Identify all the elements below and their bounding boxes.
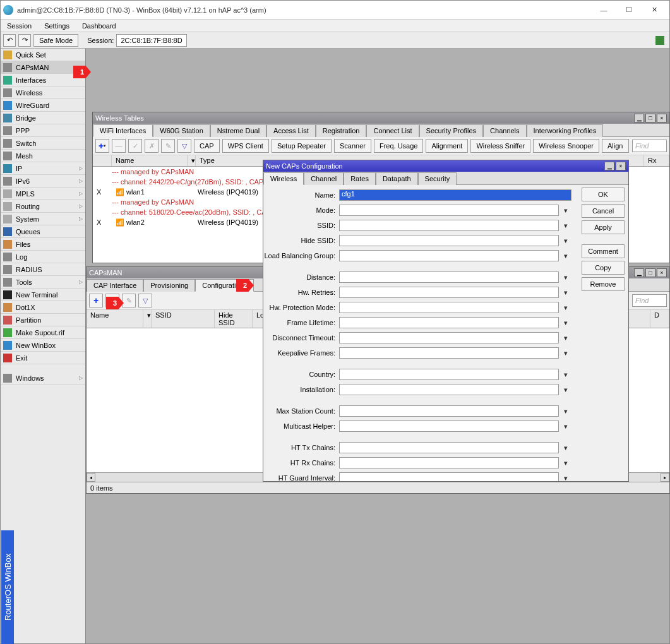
tab-channel[interactable]: Channel <box>304 172 344 185</box>
col-hide-ssid[interactable]: Hide SSID <box>215 310 253 328</box>
sidebar-item-log[interactable]: Log <box>1 251 85 263</box>
find-input[interactable]: Find <box>632 140 667 152</box>
remove-button[interactable]: Remove <box>582 277 625 291</box>
chevron-down-icon[interactable]: ▾ <box>560 332 571 343</box>
minimize-button[interactable]: — <box>591 1 616 19</box>
col-name[interactable]: Name <box>112 155 188 166</box>
tab-registration[interactable]: Registration <box>316 124 367 137</box>
comment-button[interactable]: Comment <box>582 244 625 258</box>
comment-button[interactable]: ✎ <box>161 139 175 153</box>
ok-button[interactable]: OK <box>582 188 625 201</box>
chevron-down-icon[interactable]: ▾ <box>560 347 571 359</box>
distance-input[interactable] <box>339 271 559 283</box>
win-close-icon[interactable]: × <box>657 114 667 122</box>
sidebar-item-make-supout-rif[interactable]: Make Supout.rif <box>1 326 85 339</box>
tab-security-profiles[interactable]: Security Profiles <box>419 124 483 137</box>
max-station-input[interactable] <box>339 405 559 417</box>
sidebar-item-partition[interactable]: Partition <box>1 314 85 326</box>
chevron-down-icon[interactable]: ▾ <box>560 287 571 298</box>
sidebar-item-routing[interactable]: Routing▷ <box>1 200 85 213</box>
sidebar-item-new-terminal[interactable]: New Terminal <box>1 289 85 301</box>
win-maximize-icon[interactable]: □ <box>645 268 655 277</box>
sidebar-item-mpls[interactable]: MPLS▷ <box>1 188 85 200</box>
scanner-button[interactable]: Scanner <box>334 139 371 153</box>
col-name[interactable]: Name <box>87 310 143 328</box>
close-button[interactable]: ✕ <box>642 1 667 19</box>
filter-button[interactable]: ▽ <box>138 294 152 307</box>
sidebar-item-switch[interactable]: Switch <box>1 137 85 150</box>
chevron-down-icon[interactable]: ▾ <box>560 384 571 395</box>
win-minimize-icon[interactable]: ▁ <box>634 114 644 122</box>
ht-tx-input[interactable] <box>339 442 559 453</box>
sidebar-item-wireguard[interactable]: WireGuard <box>1 99 85 112</box>
menu-session[interactable]: Session <box>1 21 38 31</box>
sidebar-item-new-winbox[interactable]: New WinBox <box>1 339 85 352</box>
sidebar-item-ipv6[interactable]: IPv6▷ <box>1 175 85 188</box>
win-close-icon[interactable]: × <box>616 162 626 170</box>
installation-input[interactable] <box>339 384 559 395</box>
align-button[interactable]: Align <box>602 139 628 153</box>
copy-button[interactable]: Copy <box>582 261 625 275</box>
lbg-input[interactable] <box>339 250 559 261</box>
tab-provisioning[interactable]: Provisioning <box>143 279 195 292</box>
frame-lifetime-input[interactable] <box>339 317 559 328</box>
col-rx[interactable]: Rx <box>644 155 669 166</box>
ssid-input[interactable] <box>339 220 559 231</box>
keepalive-input[interactable] <box>339 347 559 359</box>
scroll-left-icon[interactable]: ◂ <box>87 473 95 482</box>
chevron-down-icon[interactable]: ▾ <box>560 250 571 261</box>
menu-dashboard[interactable]: Dashboard <box>76 21 123 31</box>
chevron-down-icon[interactable]: ▾ <box>560 271 571 283</box>
sidebar-item-dot1x[interactable]: Dot1X <box>1 301 85 314</box>
menu-settings[interactable]: Settings <box>38 21 76 31</box>
tab-access-list[interactable]: Access List <box>266 124 316 137</box>
sidebar-item-ppp[interactable]: PPP <box>1 124 85 137</box>
new-caps-titlebar[interactable]: New CAPs Configuration ▁ × <box>263 160 628 172</box>
disconnect-timeout-input[interactable] <box>339 332 559 343</box>
tab-w60g-station[interactable]: W60G Station <box>153 124 210 137</box>
remove-button[interactable]: — <box>112 139 126 153</box>
disable-button[interactable]: ✗ <box>145 139 159 153</box>
country-input[interactable] <box>339 369 559 380</box>
chevron-down-icon[interactable]: ▾ <box>560 220 571 231</box>
sidebar-item-tools[interactable]: Tools▷ <box>1 276 85 289</box>
ht-guard-input[interactable] <box>339 472 559 481</box>
enable-button[interactable]: ✓ <box>128 139 142 153</box>
name-input[interactable]: cfg1 <box>339 189 571 201</box>
chevron-down-icon[interactable]: ▾ <box>560 302 571 313</box>
safe-mode-button[interactable]: Safe Mode <box>33 34 78 47</box>
ht-rx-input[interactable] <box>339 457 559 468</box>
sidebar-item-capsman[interactable]: CAPsMAN <box>1 61 85 74</box>
sidebar-item-mesh[interactable]: Mesh <box>1 150 85 162</box>
chevron-down-icon[interactable]: ▾ <box>560 369 571 380</box>
wireless-tables-titlebar[interactable]: Wireless Tables ▁ □ × <box>93 112 669 124</box>
tab-nstreme-dual[interactable]: Nstreme Dual <box>210 124 266 137</box>
tab-cap-interface[interactable]: CAP Interface <box>87 279 143 292</box>
hw-protection-input[interactable] <box>339 302 559 313</box>
chevron-down-icon[interactable]: ▾ <box>560 457 571 468</box>
chevron-down-icon[interactable]: ▾ <box>560 420 571 432</box>
win-close-icon[interactable]: × <box>657 268 667 277</box>
tab-channels[interactable]: Channels <box>483 124 526 137</box>
cap-button[interactable]: CAP <box>194 139 220 153</box>
sidebar-item-windows[interactable]: Windows▷ <box>1 372 85 385</box>
chevron-down-icon[interactable]: ▾ <box>560 472 571 481</box>
chevron-down-icon[interactable]: ▾ <box>560 205 571 216</box>
wireless-snooper-button[interactable]: Wireless Snooper <box>533 139 599 153</box>
mode-input[interactable] <box>339 205 559 216</box>
sidebar-item-exit[interactable]: Exit <box>1 352 85 364</box>
sidebar-item-wireless[interactable]: Wireless <box>1 86 85 99</box>
tab-interworking-profiles[interactable]: Interworking Profiles <box>527 124 604 137</box>
tab-connect-list[interactable]: Connect List <box>366 124 419 137</box>
win-minimize-icon[interactable]: ▁ <box>634 268 644 277</box>
sidebar-item-quick-set[interactable]: Quick Set <box>1 49 85 61</box>
tab-security[interactable]: Security <box>418 172 457 185</box>
win-maximize-icon[interactable]: □ <box>645 114 655 122</box>
apply-button[interactable]: Apply <box>582 220 625 234</box>
redo-button[interactable]: ↷ <box>18 34 31 47</box>
wps-client-button[interactable]: WPS Client <box>222 139 269 153</box>
freq-usage-button[interactable]: Freq. Usage <box>374 139 424 153</box>
wireless-sniffer-button[interactable]: Wireless Sniffer <box>470 139 530 153</box>
maximize-button[interactable]: ☐ <box>616 1 642 19</box>
sidebar-item-queues[interactable]: Queues <box>1 225 85 238</box>
